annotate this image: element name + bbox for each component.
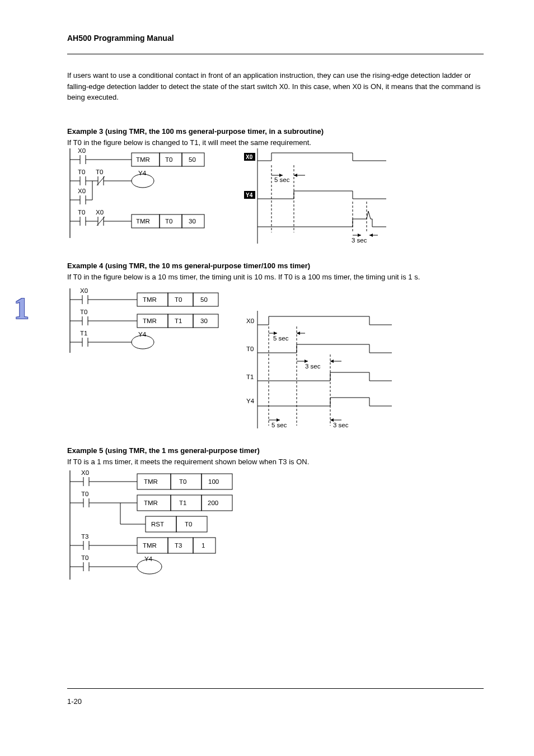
tB-d1: 5 sec: [273, 335, 289, 342]
lC-l3-inst: TMR: [143, 542, 157, 549]
lC-l2-op1a: T1: [179, 500, 186, 506]
lB-l2-op2: 30: [200, 318, 208, 324]
lB-l3-out: Y4: [138, 331, 147, 338]
tB-sig2: T0: [246, 346, 254, 352]
lA-l3-c: X0: [78, 188, 86, 194]
ex3-title: Example 3 (using TMR, the 100 ms general…: [67, 126, 324, 137]
lA-l4-c: T0: [78, 209, 85, 216]
section-number: 1: [14, 291, 29, 326]
lC-l4-out: Y4: [144, 556, 153, 562]
lA-l1-op1: T0: [165, 156, 172, 163]
lB-l1-op1: T0: [175, 296, 182, 303]
header-rule: [67, 54, 484, 54]
lC-l3-op1: T3: [175, 542, 182, 549]
lC-l3-op2: 1: [202, 542, 205, 549]
lA-l4-inst: TMR: [136, 218, 150, 225]
lC-l1-inst: TMR: [144, 478, 158, 485]
tA-dur2: 3 sec: [352, 237, 367, 244]
lC-l1-op2: 100: [208, 478, 219, 485]
footer-rule: [67, 688, 484, 689]
tA-sig1: X0: [246, 154, 253, 160]
tB-sig1: X0: [246, 318, 254, 324]
page-footer: 1-20: [67, 697, 82, 706]
ex5-title: Example 5 (using TMR, the 1 ms general-p…: [67, 445, 260, 456]
lC-l3-c: T3: [81, 533, 88, 540]
intro-paragraph: If users want to use a conditional conta…: [67, 70, 481, 103]
lA-l2-c1: T0: [78, 169, 85, 175]
lB-l2-inst: TMR: [143, 318, 157, 324]
lC-l2-inst2: RST: [151, 521, 164, 528]
lA-l2-out: Y4: [138, 170, 147, 176]
lA-l1-op2: 50: [189, 156, 196, 163]
lA-l1-inst: TMR: [136, 156, 150, 163]
svg-marker-79: [330, 360, 334, 363]
lB-l3-c: T1: [80, 330, 87, 337]
svg-marker-40: [294, 174, 297, 177]
lB-l1-op2: 50: [200, 296, 208, 303]
tA-dur1: 5 sec: [274, 176, 290, 183]
lC-l2-c: T0: [81, 491, 88, 497]
ladder-diagram-A: X0 TMR T0 50 T0 T0 Y4 X0 T0: [64, 148, 227, 244]
tB-sig3: T1: [246, 374, 254, 380]
lC-l2-op1b: 200: [208, 500, 218, 506]
tB-sig4: Y4: [246, 398, 255, 404]
lC-l2-inst1: TMR: [144, 500, 158, 506]
lB-l1-inst: TMR: [143, 296, 157, 303]
lC-l1-c: X0: [81, 470, 89, 476]
ex5-desc: If T0 is a 1 ms timer, it meets the requ…: [67, 456, 470, 468]
ex3-desc: If T0 in the figure below is changed to …: [67, 137, 470, 148]
tA-sig2: Y4: [246, 192, 253, 198]
timing-diagram-B: X0 5 sec T0 3 sec T1 Y4 5 sec 3 sec: [246, 311, 403, 434]
page-header: AH500 Programming Manual: [67, 34, 484, 43]
ex4-desc: If T0 in the figure below is a 10 ms tim…: [67, 272, 470, 283]
lA-l1-contact: X0: [78, 148, 86, 154]
lB-l2-op1: T1: [175, 318, 182, 324]
ladder-diagram-B: X0 TMR T0 50 T0 TMR T1 30 T1 Y4: [64, 288, 232, 356]
tB-d3: 5 sec: [271, 422, 287, 428]
lC-l4-c: T0: [81, 554, 88, 561]
lA-l2-c2: T0: [96, 169, 103, 175]
tB-d4: 3 sec: [333, 422, 349, 428]
svg-marker-74: [297, 332, 300, 335]
ladder-diagram-C: X0 TMR T0 100 T0 TMR T1 200 RST T0 T3: [64, 470, 243, 582]
lA-l4-c2: X0: [96, 209, 104, 216]
lB-l2-c: T0: [80, 309, 87, 315]
lC-l2-op2: T0: [185, 521, 192, 528]
lC-l1-op1: T0: [179, 478, 186, 485]
ex4-title: Example 4 (using TMR, the 10 ms general-…: [67, 260, 310, 272]
lB-l1-c: X0: [80, 288, 88, 294]
timing-diagram-A: X0 5 sec Y4 3 sec: [241, 148, 392, 244]
tB-d2: 3 sec: [305, 363, 321, 370]
lA-l4-op2: 30: [189, 218, 196, 225]
lA-l4-op1: T0: [165, 218, 172, 225]
svg-marker-47: [369, 234, 373, 237]
